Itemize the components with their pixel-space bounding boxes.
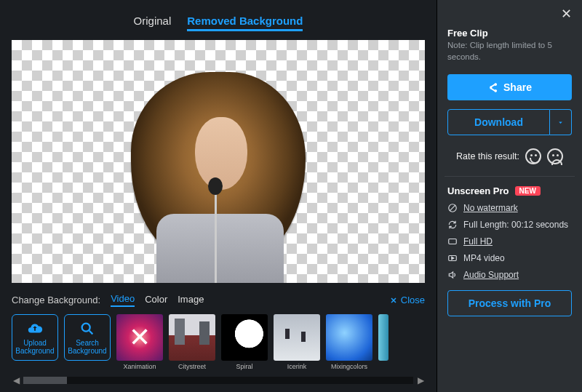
feature-full-length: Full Length: 00:12 seconds [447, 220, 572, 230]
rate-label: Rate this result: [456, 151, 519, 161]
tab-removed-background[interactable]: Removed Background [187, 15, 303, 31]
feature-full-hd[interactable]: Full HD [447, 236, 572, 247]
feature-mp4: MP4 video [447, 253, 572, 263]
main-panel: Original Removed Background Change Backg… [0, 0, 436, 392]
bg-option-image[interactable]: Image [178, 294, 204, 306]
free-clip-title: Free Clip [447, 28, 572, 39]
close-icon [389, 296, 398, 305]
download-menu-button[interactable] [550, 109, 572, 135]
search-background-button[interactable]: Search Background [64, 314, 111, 361]
result-tabs: Original Removed Background [12, 15, 425, 31]
close-panel-button[interactable]: ✕ [561, 6, 572, 22]
chevron-down-icon [557, 119, 565, 127]
bg-thumb-citystreet[interactable]: Citystreet [169, 314, 215, 370]
pro-heading: Unscreen Pro NEW [447, 185, 572, 196]
share-icon [487, 82, 498, 93]
bg-option-color[interactable]: Color [145, 294, 167, 306]
bg-label: Change Background: [12, 295, 100, 305]
scroll-right-arrow-icon[interactable]: ▶ [416, 376, 425, 385]
thumb-scrollbar[interactable]: ◀ ▶ [12, 376, 425, 385]
rate-bad-button[interactable] [547, 148, 563, 164]
upload-background-button[interactable]: Upload Background [12, 314, 58, 361]
refresh-icon [447, 220, 458, 230]
scroll-thumb[interactable] [23, 377, 67, 384]
rate-row: Rate this result: [447, 148, 572, 164]
bg-thumb-partial[interactable] [378, 314, 388, 361]
scroll-left-arrow-icon[interactable]: ◀ [12, 376, 20, 385]
bg-thumb-xanimation[interactable]: ✕Xanimation [116, 314, 163, 370]
cloud-upload-icon [27, 321, 43, 337]
download-button[interactable]: Download [447, 109, 550, 135]
preview-canvas [12, 40, 425, 283]
feature-no-watermark[interactable]: No watermark [447, 203, 572, 213]
bg-option-video[interactable]: Video [111, 293, 135, 307]
bg-thumb-spiral[interactable]: Spiral [221, 314, 268, 370]
side-panel: ✕ Free Clip Note: Clip length limited to… [436, 0, 582, 392]
no-watermark-icon [447, 203, 458, 213]
speaker-icon [447, 270, 458, 280]
bg-thumb-mixingcolors[interactable]: Mixingcolors [326, 314, 372, 370]
tab-original[interactable]: Original [134, 15, 172, 31]
svg-point-0 [82, 323, 90, 331]
feature-audio[interactable]: Audio Support [447, 270, 572, 280]
search-icon [79, 321, 95, 337]
background-changer: Change Background: Video Color Image Clo… [12, 293, 425, 385]
divider [445, 176, 575, 177]
hd-icon [447, 236, 458, 247]
new-badge: NEW [515, 186, 541, 196]
play-icon [447, 253, 458, 263]
bg-close-button[interactable]: Close [389, 295, 425, 305]
svg-rect-2 [449, 239, 457, 244]
subject-cutout [116, 72, 320, 283]
scroll-track[interactable] [23, 377, 413, 384]
bg-thumb-icerink[interactable]: Icerink [274, 314, 320, 370]
process-with-pro-button[interactable]: Process with Pro [447, 290, 572, 316]
share-button[interactable]: Share [447, 74, 572, 100]
rate-good-button[interactable] [525, 148, 541, 164]
free-clip-note: Note: Clip length limited to 5 seconds. [447, 40, 572, 63]
